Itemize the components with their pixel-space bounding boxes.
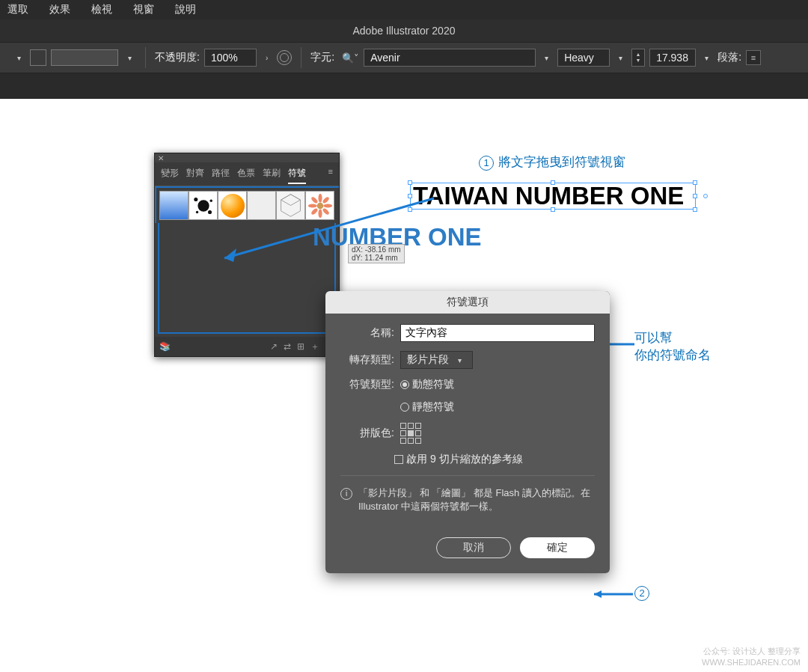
- radio-dynamic[interactable]: 動態符號: [400, 378, 454, 391]
- tab-transform[interactable]: 變形: [161, 167, 179, 184]
- font-family-field[interactable]: Avenir: [364, 49, 536, 67]
- place-symbol-icon[interactable]: ↗: [270, 341, 278, 352]
- symbol-thumb[interactable]: [305, 191, 334, 220]
- symbol-options-dialog: 符號選項 名稱: 轉存類型: 影片片段▾ 符號類型: 動態符號 靜態符號 拼版色…: [325, 291, 610, 573]
- registration-grid[interactable]: [400, 423, 421, 444]
- selection-handle[interactable]: [551, 207, 555, 212]
- export-type-dropdown[interactable]: 影片片段▾: [400, 351, 473, 369]
- symbol-thumb[interactable]: [247, 191, 276, 220]
- symbol-name-input[interactable]: [400, 324, 595, 342]
- symbol-type-label: 符號類型:: [340, 378, 394, 391]
- search-icon[interactable]: 🔍˅: [339, 52, 359, 64]
- svg-point-13: [322, 195, 330, 204]
- export-type-label: 轉存類型:: [340, 353, 394, 367]
- enable-9slice-checkbox[interactable]: 啟用 9 切片縮放的參考線: [394, 453, 523, 466]
- drag-dx: dX: -38.16 mm: [352, 245, 401, 254]
- svg-point-4: [195, 210, 198, 213]
- chevron-down-icon[interactable]: ▾: [12, 54, 25, 62]
- svg-point-15: [322, 207, 330, 216]
- tab-symbols[interactable]: 符號: [288, 167, 306, 184]
- panel-menu-icon[interactable]: ≡: [328, 167, 333, 184]
- chevron-right-icon[interactable]: ›: [261, 54, 272, 62]
- chevron-down-icon[interactable]: ▾: [700, 54, 713, 62]
- selection-handle[interactable]: [693, 194, 697, 198]
- chevron-down-icon[interactable]: ▾: [540, 54, 553, 62]
- new-symbol-icon[interactable]: ＋: [310, 340, 319, 353]
- menu-select[interactable]: 選取: [7, 3, 28, 16]
- circled-1-icon: 1: [479, 156, 494, 171]
- selection-handle[interactable]: [408, 207, 412, 212]
- watermark: 公众号: 设计达人 整理分享 WWW.SHEJIDAREN.COM: [702, 646, 801, 668]
- tab-align[interactable]: 對齊: [186, 167, 204, 184]
- svg-point-7: [316, 202, 323, 209]
- divider: [145, 47, 146, 68]
- symbols-grid[interactable]: [155, 186, 339, 223]
- symbols-drop-area[interactable]: [158, 223, 336, 334]
- selection-handle[interactable]: [551, 180, 555, 185]
- character-label: 字元:: [310, 51, 334, 64]
- library-icon[interactable]: 📚: [159, 341, 171, 352]
- chevron-down-icon[interactable]: ▾: [614, 54, 627, 62]
- menu-view[interactable]: 檢視: [91, 3, 112, 16]
- tab-swatches[interactable]: 色票: [237, 167, 255, 184]
- annotation-naming: 可以幫 你的符號命名: [634, 329, 711, 364]
- selection-bounds: [410, 183, 696, 210]
- info-note: i 「影片片段」 和 「繪圖」 都是 Flash 讀入的標記。在 Illustr…: [340, 486, 595, 513]
- break-link-icon[interactable]: ⇄: [284, 341, 291, 352]
- opacity-field[interactable]: 100%: [204, 49, 257, 67]
- symbol-options-icon[interactable]: ⊞: [297, 341, 304, 352]
- symbol-thumb[interactable]: [276, 191, 305, 220]
- chevron-down-icon: ▾: [453, 356, 466, 364]
- globe-icon[interactable]: [277, 50, 292, 65]
- svg-point-10: [307, 204, 316, 207]
- menu-effect[interactable]: 效果: [49, 3, 70, 16]
- svg-point-1: [194, 197, 198, 201]
- selection-handle[interactable]: [693, 180, 697, 185]
- font-size-field[interactable]: 17.938: [649, 49, 696, 67]
- control-bar: ▾ ▾ 不透明度: 100% › 字元: 🔍˅ Avenir ▾ Heavy ▾…: [0, 42, 808, 73]
- panel-tabs: 變形 對齊 路徑 色票 筆刷 符號 ≡: [155, 162, 339, 186]
- drag-tooltip: dX: -38.16 mm dY: 11.24 mm: [348, 244, 405, 263]
- opacity-label: 不透明度:: [155, 51, 200, 64]
- radio-static[interactable]: 靜態符號: [400, 400, 454, 414]
- annotation-step1: 1將文字拖曳到符號視窗: [479, 153, 625, 171]
- fill-swatch[interactable]: [30, 49, 46, 66]
- name-label: 名稱:: [340, 326, 394, 340]
- info-icon: i: [340, 488, 352, 500]
- symbol-thumb[interactable]: [189, 191, 218, 220]
- svg-point-8: [318, 193, 322, 202]
- annotation-step2: 2: [634, 585, 654, 601]
- font-weight-field[interactable]: Heavy: [557, 49, 610, 67]
- cancel-button[interactable]: 取消: [436, 537, 511, 558]
- symbol-thumb[interactable]: [218, 191, 247, 220]
- menu-window[interactable]: 視窗: [133, 3, 154, 16]
- svg-point-3: [207, 210, 211, 213]
- selection-handle[interactable]: [703, 194, 708, 198]
- tab-brushes[interactable]: 筆刷: [263, 167, 281, 184]
- divider: [340, 475, 595, 476]
- paragraph-label: 段落:: [717, 51, 741, 64]
- tab-bar: [0, 73, 808, 99]
- chevron-down-icon[interactable]: ▾: [123, 54, 136, 62]
- svg-point-12: [310, 195, 318, 204]
- selection-handle[interactable]: [408, 180, 412, 185]
- stroke-swatch[interactable]: [51, 49, 118, 66]
- close-icon[interactable]: ✕: [158, 154, 164, 162]
- stepper-icon[interactable]: ▴▾: [631, 49, 645, 67]
- paragraph-align-icon[interactable]: ≡: [746, 50, 761, 65]
- tab-path[interactable]: 路徑: [212, 167, 230, 184]
- app-title: Adobe Illustrator 2020: [0, 19, 808, 42]
- menu-help[interactable]: 說明: [175, 3, 196, 16]
- panel-header[interactable]: ✕: [155, 153, 339, 162]
- selection-handle[interactable]: [408, 194, 412, 198]
- registration-label: 拼版色:: [340, 427, 394, 440]
- circled-2-icon: 2: [634, 586, 649, 601]
- svg-marker-6: [281, 195, 301, 206]
- svg-point-2: [209, 199, 212, 201]
- ok-button[interactable]: 確定: [520, 537, 595, 558]
- symbol-thumb[interactable]: [159, 191, 189, 220]
- svg-point-0: [198, 200, 209, 211]
- selection-handle[interactable]: [693, 207, 697, 212]
- annotation-arrow: [588, 590, 633, 599]
- drag-dy: dY: 11.24 mm: [352, 254, 401, 262]
